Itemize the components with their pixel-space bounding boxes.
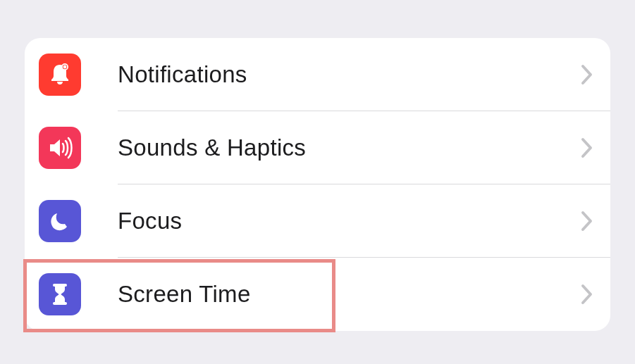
speaker-icon xyxy=(39,127,81,169)
row-label: Sounds & Haptics xyxy=(118,134,581,161)
chevron-right-icon xyxy=(581,284,593,305)
row-focus[interactable]: Focus xyxy=(25,184,610,258)
svg-rect-4 xyxy=(53,302,67,305)
row-screen-time[interactable]: Screen Time xyxy=(25,258,610,331)
chevron-right-icon xyxy=(581,137,593,158)
bell-icon xyxy=(39,54,81,96)
settings-group: Notifications Sounds & Haptics Focus xyxy=(25,38,610,331)
row-label: Notifications xyxy=(118,61,581,88)
chevron-right-icon xyxy=(581,64,593,85)
svg-rect-3 xyxy=(53,284,67,287)
hourglass-icon xyxy=(39,273,81,315)
row-label: Screen Time xyxy=(118,281,581,308)
svg-point-2 xyxy=(63,65,67,69)
row-sounds-haptics[interactable]: Sounds & Haptics xyxy=(25,111,610,184)
row-notifications[interactable]: Notifications xyxy=(25,38,610,111)
moon-icon xyxy=(39,200,81,242)
row-label: Focus xyxy=(118,208,581,234)
chevron-right-icon xyxy=(581,211,593,232)
